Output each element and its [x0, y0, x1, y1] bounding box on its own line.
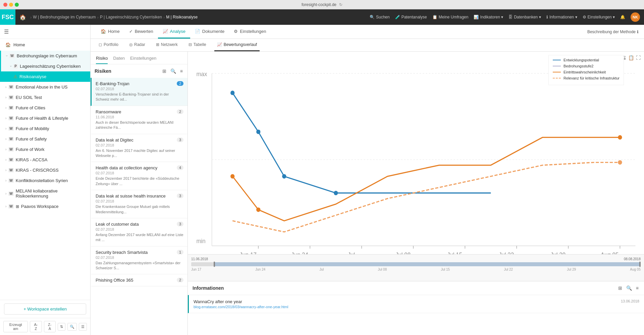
- tab-home[interactable]: 🏠 Home: [96, 25, 124, 39]
- tab-einstellungen[interactable]: ⚙ Einstellungen: [229, 25, 271, 39]
- sidebar-item-bedrohungslage[interactable]: › W Bedrohungslage im Cyberraum: [0, 51, 90, 61]
- legend-line: [553, 72, 561, 72]
- search-sidebar-button[interactable]: 🔍: [67, 323, 77, 331]
- sidebar-item-work[interactable]: › W Future of Work: [0, 144, 90, 155]
- breadcrumb-1[interactable]: W | Bedrohungslage im Cyberraum: [33, 15, 96, 19]
- patent-action[interactable]: 🧪Patentanalyse: [395, 15, 427, 19]
- breadcrumb-2[interactable]: P | Lageeinschätzung Cyberrisiken: [100, 15, 162, 19]
- risk-tab-einstellungen[interactable]: Einstellungen: [130, 56, 156, 64]
- fsc-logo[interactable]: FSC: [0, 9, 15, 25]
- grid-view-button[interactable]: ⊞: [162, 68, 167, 74]
- risk-list-item[interactable]: Data leak at Digitec 3 02.07.2018 Am 6. …: [91, 134, 187, 162]
- search-action[interactable]: 🔍Suchen: [370, 15, 390, 19]
- sidebar-footer: Erzeugt am A-Z Z-A ⇅ 🔍 ☰: [0, 318, 90, 335]
- az-sort-button[interactable]: A-Z: [30, 321, 42, 332]
- sidebar-item-health[interactable]: › W Future of Health & Lifestyle: [0, 113, 90, 123]
- sidebar-item-lageeinschaetzung[interactable]: › P Lageeinschätzung Cyberrisiken: [0, 61, 90, 71]
- timeline-handle-left[interactable]: [214, 262, 215, 267]
- sidebar-item-emotional[interactable]: › W Emotional Abuse in the US: [0, 82, 90, 92]
- breadcrumb-3[interactable]: M | Risikoanalyse: [166, 15, 198, 19]
- risk-list-item[interactable]: E-Banking-Trojan 2 02.07.2018 Verschiede…: [91, 78, 187, 106]
- svg-point-22: [230, 91, 234, 95]
- timeline-track[interactable]: [191, 262, 641, 266]
- fullscreen-button[interactable]: ⛶: [636, 55, 641, 60]
- svg-text:Jun 24: Jun 24: [291, 252, 308, 254]
- window-controls: [3, 3, 19, 7]
- datenbanken-action[interactable]: 🗄Datenbanken ▾: [508, 15, 541, 19]
- sidebar-item-paavos[interactable]: › W ⊞ Paavos Workspace: [0, 201, 90, 212]
- sidebar-item-kiras-accsa[interactable]: › W KIRAS - ACCSA: [0, 155, 90, 165]
- risk-list-item[interactable]: Ransomware 2 11.06.2018 Auch in dieser B…: [91, 106, 187, 134]
- sidebar-item-melani[interactable]: › W MELANI kollaborative Risikoerkennung: [0, 186, 90, 201]
- home-nav-icon[interactable]: 🏠: [15, 14, 30, 20]
- indikatoren-action[interactable]: 📊Indikatoren ▾: [474, 15, 503, 19]
- sidebar-item-safety[interactable]: › W Future of Safety: [0, 134, 90, 144]
- secondnav-tabelle[interactable]: ⊟ Tabelle: [186, 39, 209, 51]
- risk-item-desc: Ende Dezember 2017 berichtete die «Südde…: [96, 176, 183, 186]
- sidebar-item-cities[interactable]: › W Future of Cities: [0, 103, 90, 113]
- za-sort-button[interactable]: Z-A: [44, 321, 56, 332]
- filter-risk-button[interactable]: ≡: [179, 68, 183, 74]
- sidebar-item-kiras-criscross[interactable]: › W KIRAS - CRISCROSS: [0, 165, 90, 175]
- sidebar-item-home[interactable]: 🏠 Home: [0, 39, 90, 51]
- risk-list-item[interactable]: Leak of customer data 3 02.07.2018 Anfan…: [91, 218, 187, 246]
- risk-list-item[interactable]: Health data at collection agency 4 02.07…: [91, 162, 187, 190]
- sidebar-item-risikoanalyse[interactable]: ⚠ Risikoanalyse: [0, 71, 90, 82]
- sort-direction-button[interactable]: ⇅: [58, 323, 65, 331]
- risk-item-date: 02.07.2018: [96, 227, 183, 231]
- info-search-button[interactable]: 🔍: [626, 285, 633, 291]
- search-risk-button[interactable]: 🔍: [170, 68, 177, 74]
- reload-icon[interactable]: ↻: [339, 2, 342, 7]
- risk-tab-risiko[interactable]: Risiko: [96, 56, 108, 64]
- svg-point-28: [618, 135, 622, 139]
- secondnav-bewertungsverlauf[interactable]: 📈 Bewertungsverlauf: [214, 39, 260, 51]
- risk-item-date: 02.07.2018: [96, 199, 183, 203]
- info-item[interactable]: WannaCry after one year 13.06.2018 blog.…: [188, 295, 644, 313]
- timeline-area: 11.06.2018 08.08.2018 Jun 17 Jun 24 Jul …: [188, 255, 644, 281]
- timeline-handle-right[interactable]: [639, 262, 641, 267]
- minimize-dot[interactable]: [9, 3, 13, 7]
- url-bar: foresight-cockpit.de: [302, 2, 336, 7]
- avatar[interactable]: NK: [631, 12, 640, 22]
- risk-tab-daten[interactable]: Daten: [113, 56, 125, 64]
- main-chart: max min: [191, 65, 641, 254]
- info-filter-button[interactable]: ≡: [635, 285, 639, 291]
- sidebar-item-mobility[interactable]: › W Future of Mobility: [0, 123, 90, 134]
- secondnav-radar[interactable]: ◎ Radar: [126, 39, 148, 51]
- svg-point-23: [256, 129, 260, 134]
- notification-action[interactable]: 🔔: [620, 15, 625, 19]
- erzeugt-am-button[interactable]: Erzeugt am: [3, 321, 28, 332]
- create-workspace-button[interactable]: + Workspace erstellen: [4, 303, 86, 315]
- main-content: Risiko Daten Einstellungen Risiken ⊞ 🔍 ≡…: [91, 52, 644, 335]
- svg-text:Jul 15: Jul 15: [447, 252, 462, 254]
- secondnav-netzwerk[interactable]: ⊞ Netzwerk: [153, 39, 180, 51]
- close-dot[interactable]: [3, 3, 7, 7]
- tab-analyse[interactable]: 📈 Analyse: [158, 25, 190, 39]
- risk-item-desc: Verschiedene E-Banking-Trojaner sind in …: [96, 92, 183, 102]
- svg-point-26: [230, 174, 234, 178]
- secondnav-portfolio[interactable]: ◻ Portfolio: [96, 39, 121, 51]
- beschreibung-methode[interactable]: Beschreibung der Methode ℹ: [587, 30, 639, 34]
- maximize-dot[interactable]: [15, 3, 19, 7]
- hamburger-icon[interactable]: ☰: [4, 29, 9, 35]
- filter-sidebar-button[interactable]: ☰: [79, 323, 87, 331]
- umfragen-action[interactable]: 📋Meine Umfragen: [432, 15, 469, 19]
- tab-bewerten[interactable]: ✓ Bewerten: [124, 25, 158, 39]
- info-panel-title: Informationen: [193, 285, 224, 291]
- sidebar-item-konflikt[interactable]: › W Konfliktkonstellation Syrien: [0, 175, 90, 186]
- einstellungen-action[interactable]: ⚙Einstellungen ▾: [583, 15, 615, 19]
- risk-list-item[interactable]: Phishing Office 365 2: [91, 274, 187, 286]
- informationen-action[interactable]: ℹInformationen ▾: [546, 15, 577, 19]
- export-button[interactable]: 📋: [628, 55, 634, 60]
- risk-list-item[interactable]: Security breach Smartvista 1 02.07.2018 …: [91, 246, 187, 275]
- risk-item-date: 11.06.2018: [96, 115, 183, 119]
- chevron-icon: ›: [5, 148, 6, 151]
- svg-point-29: [618, 160, 622, 165]
- risk-list-item[interactable]: Data leak at suisse health insurance 3 0…: [91, 190, 187, 218]
- tab-dokumente[interactable]: 📄 Dokumente: [190, 25, 229, 39]
- info-grid-button[interactable]: ⊞: [618, 285, 623, 291]
- netzwerk-icon: ⊞: [156, 42, 159, 47]
- risk-item-title: Security breach Smartvista: [96, 250, 148, 255]
- svg-text:Jun 17: Jun 17: [239, 252, 257, 254]
- sidebar-item-eusoil[interactable]: › W EU SOIL Test: [0, 92, 90, 103]
